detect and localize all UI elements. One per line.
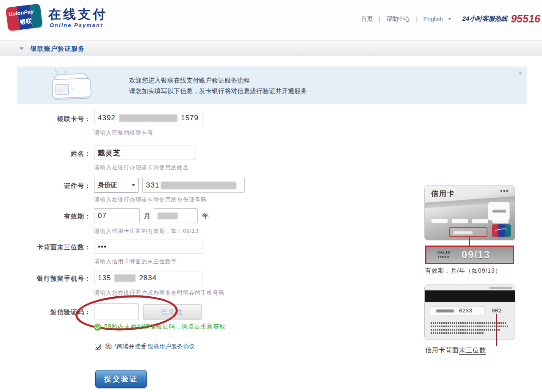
expiry-year-input[interactable] — [154, 208, 198, 223]
sms-countdown-text: 59秒内未收到短信验证码，请点击重新获取 — [104, 323, 226, 331]
cvv-value: ••• — [98, 243, 107, 251]
service-agreement-link[interactable]: 银联用户服务协议 — [147, 343, 195, 351]
valid-thru-zoom-box: VALID THRU 09/13 — [425, 246, 514, 264]
phone-hint: 请输入您在银行开户或办理业务时留存的手机号码 — [94, 289, 224, 297]
expiry-label: 有效期： — [13, 213, 91, 221]
card-reader-sketch-icon — [42, 67, 106, 103]
agreement-row: 我已阅读并接受 银联用户服务协议 — [95, 343, 195, 351]
unionpay-mini-logo-icon — [492, 224, 511, 237]
submit-button[interactable]: 提交验证 — [95, 370, 147, 388]
phone-prefix: 135 — [98, 274, 111, 282]
card-number-label: 银联卡号： — [13, 115, 91, 123]
valid-thru-text: VALID THRU — [437, 250, 451, 259]
cvv-input[interactable]: ••• — [94, 240, 202, 254]
annotation-connector-line — [469, 237, 470, 246]
header: UnionPay 银联 在线支付 Online Payment 首页 | 帮助中… — [0, 0, 542, 37]
phone-suffix: 2834 — [139, 274, 157, 282]
page-title: 银联账户验证服务 — [30, 45, 85, 53]
name-hint: 请输入在银行办理该卡时使用的姓名 — [94, 164, 189, 171]
blurred-text — [492, 210, 506, 213]
month-unit-label: 月 — [144, 212, 150, 220]
name-label: 姓名： — [13, 150, 91, 158]
nav-divider: | — [376, 16, 384, 22]
signature-code: 0233 — [459, 308, 472, 314]
brand-title: 在线支付 — [48, 6, 108, 23]
cvv-label: 卡背面末三位数： — [13, 243, 91, 251]
unionpay-logo-icon[interactable]: UnionPay 银联 — [6, 3, 43, 31]
id-number-prefix: 331 — [146, 181, 159, 190]
agreement-text: 我已阅读并接受 — [105, 343, 147, 351]
card-label-box — [488, 202, 510, 221]
top-nav: 首页 | 帮助中心 | English 24小时客服热线 95516 — [359, 13, 541, 25]
notice-line-1: 欢迎您进入银联在线支付账户验证服务流程 — [129, 77, 250, 85]
chevron-down-icon — [132, 184, 135, 186]
name-value: 戴灵芝 — [98, 148, 121, 158]
phone-label: 银行预留手机号： — [13, 275, 91, 283]
card-front-title: 信用卡 — [431, 189, 455, 199]
sms-countdown-notice: 59秒内未收到短信验证码，请点击重新获取 — [94, 323, 226, 331]
close-icon[interactable]: × — [519, 70, 522, 77]
agreement-checkbox[interactable] — [95, 344, 101, 350]
welcome-notice: 欢迎您进入银联在线支付账户验证服务流程 请您如实填写以下信息，发卡银行将对信息进… — [17, 66, 527, 104]
hotline-label: 24小时客服热线 — [462, 15, 508, 23]
notice-line-2: 请您如实填写以下信息，发卡银行将对信息进行验证并开通服务 — [129, 87, 307, 95]
id-number-hint: 请输入在银行办理该卡时使用的身份证号码 — [94, 196, 207, 204]
cvv-hint: 请输入信用卡背面的末三位数字 — [94, 258, 177, 265]
valid-thru-date: 09/13 — [462, 249, 490, 261]
credit-card-back-illustration: 0233 002 — [424, 284, 515, 340]
expiry-month-input[interactable]: 07 — [94, 208, 140, 223]
logo-red-panel — [492, 224, 498, 237]
fine-print-line — [431, 332, 484, 334]
caption-text: 信用卡背面 — [425, 346, 459, 353]
id-type-selected: 身份证 — [98, 181, 117, 189]
id-number-input[interactable]: 331 — [142, 178, 245, 193]
masked-digits — [161, 182, 236, 189]
signature-panel: 0233 — [430, 306, 485, 315]
id-number-label: 证件号： — [13, 182, 91, 190]
credit-card-front-illustration: 信用卡 ••• — [424, 185, 515, 240]
brand-subtitle: Online Payment — [50, 22, 103, 28]
section-title-bar: 银联账户验证服务 — [0, 40, 542, 56]
check-badge-icon — [94, 323, 101, 331]
card-number-hint: 请输入完整的银联卡号 — [94, 129, 153, 137]
nav-help-link[interactable]: 帮助中心 — [384, 15, 412, 23]
cvv-guide-caption: 信用卡背面末三位数 — [425, 346, 486, 354]
card-number-prefix: 4392 — [98, 114, 116, 122]
caption-underlined: 末三位数 — [459, 346, 486, 355]
id-type-select[interactable]: 身份证 — [94, 178, 139, 193]
cvv-pointer-line — [496, 314, 497, 346]
triangle-down-icon — [19, 47, 24, 50]
nav-divider: | — [412, 16, 421, 22]
logo-navy-panel — [498, 224, 505, 237]
masked-card-digits — [472, 219, 488, 224]
card-number-input[interactable]: 4392 1579 — [94, 111, 202, 125]
magnetic-stripe — [425, 290, 515, 302]
hotline-number: 95516 — [511, 13, 540, 25]
masked-digits — [119, 114, 177, 122]
nav-home-link[interactable]: 首页 — [359, 15, 376, 23]
masked-card-digits — [431, 219, 448, 224]
nav-language-select[interactable]: English — [421, 16, 445, 22]
fine-print-line — [431, 329, 500, 331]
expiry-month-value: 07 — [98, 212, 107, 220]
expiry-hint: 请输入信用卡正面的有效期，如：09/13 — [94, 227, 199, 235]
blurred-text — [454, 231, 473, 234]
chevron-down-icon[interactable] — [448, 18, 451, 20]
year-unit-label: 年 — [202, 212, 209, 220]
phone-input[interactable]: 135 2834 — [94, 271, 202, 285]
valid-thru-highlight-box — [449, 227, 487, 237]
card-number-suffix: 1579 — [181, 114, 199, 122]
expiry-guide-caption: 有效期：月/年（如09/13） — [425, 267, 501, 275]
blurred-text — [489, 287, 512, 289]
masked-card-digits — [452, 219, 468, 224]
unionpay-verification-page: UnionPay 银联 在线支付 Online Payment 首页 | 帮助中… — [0, 0, 542, 392]
card-bank-dots: ••• — [500, 188, 509, 194]
logo-teal-panel — [505, 224, 511, 237]
name-input[interactable]: 戴灵芝 — [94, 146, 196, 160]
thru-word: THRU — [437, 255, 451, 259]
masked-digits — [114, 274, 136, 282]
cvv-digits: 002 — [492, 308, 501, 314]
masked-card-digits — [492, 219, 509, 224]
masked-digits — [158, 213, 178, 219]
logo-text-cn: 银联 — [19, 17, 32, 26]
